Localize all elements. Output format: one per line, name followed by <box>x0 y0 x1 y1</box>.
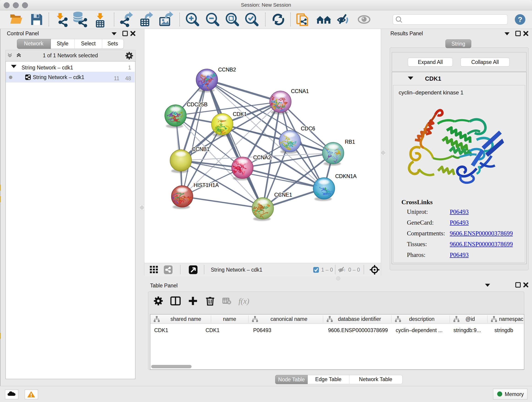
svg-text:HIST1H1A: HIST1H1A <box>194 182 219 188</box>
svg-text:namespac: namespac <box>499 316 523 322</box>
svg-text:?: ? <box>518 15 522 24</box>
svg-text:name: name <box>223 316 236 322</box>
svg-text:f(x): f(x) <box>239 297 249 306</box>
svg-text:String Network – cdk1: String Network – cdk1 <box>211 267 262 273</box>
svg-text:CDK1: CDK1 <box>233 111 247 117</box>
svg-text:@id: @id <box>465 316 475 322</box>
svg-text:RB1: RB1 <box>345 139 355 145</box>
svg-text:CDC25B: CDC25B <box>187 102 208 108</box>
svg-text:canonical name: canonical name <box>270 316 307 322</box>
svg-text:0 – 0: 0 – 0 <box>348 267 360 273</box>
svg-text:shared name: shared name <box>171 316 201 322</box>
svg-text:CDKN1A: CDKN1A <box>335 173 357 179</box>
svg-text:CCNB2: CCNB2 <box>218 67 236 73</box>
svg-text:CCNE1: CCNE1 <box>274 192 292 198</box>
svg-text:CCNA2: CCNA2 <box>253 154 271 160</box>
svg-text:CDC6: CDC6 <box>301 126 315 132</box>
svg-text:database identifier: database identifier <box>338 316 381 322</box>
svg-text:description: description <box>409 316 434 322</box>
svg-text:CCNB1: CCNB1 <box>192 146 210 152</box>
svg-text:CCNA1: CCNA1 <box>291 88 309 94</box>
svg-text:1 – 0: 1 – 0 <box>321 267 333 273</box>
